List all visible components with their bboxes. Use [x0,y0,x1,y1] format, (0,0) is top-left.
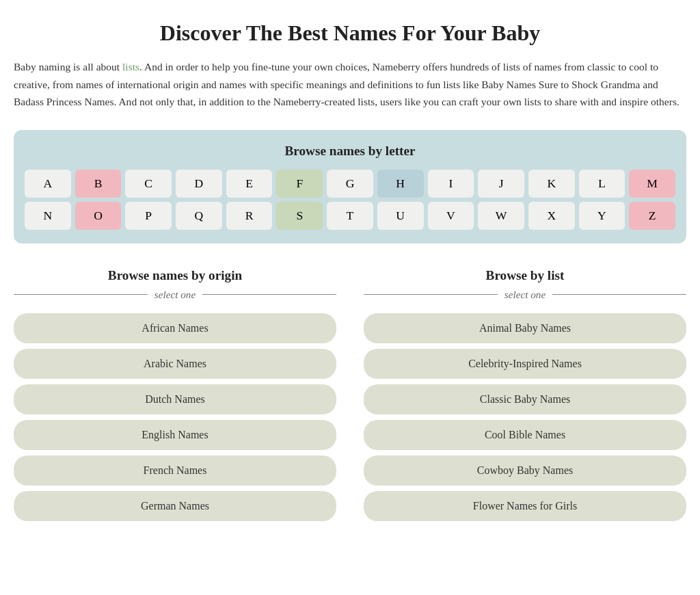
origin-item[interactable]: German Names [14,491,336,521]
origin-divider: select one [14,289,336,301]
origin-select-label: select one [154,289,196,301]
letter-btn-w[interactable]: W [478,202,524,230]
letter-btn-d[interactable]: D [176,170,222,198]
letter-browse-section: Browse names by letter ABCDEFGHIJKLMNOPQ… [14,130,686,243]
letter-btn-b[interactable]: B [75,170,122,198]
letter-btn-r[interactable]: R [226,202,273,230]
list-item[interactable]: Classic Baby Names [364,384,686,414]
letter-btn-l[interactable]: L [579,170,625,198]
origin-item[interactable]: African Names [14,313,336,343]
letter-btn-f[interactable]: F [276,170,323,198]
letter-btn-h[interactable]: H [377,170,424,198]
letter-btn-s[interactable]: S [276,202,323,230]
browse-columns: Browse names by origin select one Africa… [14,268,686,527]
origin-item[interactable]: French Names [14,455,336,486]
letter-btn-o[interactable]: O [75,202,122,230]
letter-btn-u[interactable]: U [377,202,424,230]
list-divider: select one [364,289,686,301]
origin-item[interactable]: Arabic Names [14,349,336,379]
origin-item[interactable]: English Names [14,420,336,450]
letter-section-title: Browse names by letter [25,144,675,159]
letter-btn-g[interactable]: G [327,170,373,198]
origin-title: Browse names by origin [14,268,336,283]
letter-btn-i[interactable]: I [428,170,474,198]
browse-list: Animal Baby NamesCelebrity-Inspired Name… [364,313,686,521]
letter-btn-c[interactable]: C [125,170,172,198]
letter-btn-k[interactable]: K [528,170,575,198]
origin-list: African NamesArabic NamesDutch NamesEngl… [14,313,336,521]
letter-btn-j[interactable]: J [478,170,524,198]
letter-btn-e[interactable]: E [226,170,273,198]
page-title: Discover The Best Names For Your Baby [14,21,686,46]
letter-btn-a[interactable]: A [25,170,71,198]
list-item[interactable]: Animal Baby Names [364,313,686,343]
list-select-label: select one [504,289,546,301]
letter-btn-t[interactable]: T [327,202,373,230]
letter-btn-p[interactable]: P [125,202,172,230]
letter-btn-y[interactable]: Y [579,202,625,230]
lists-link[interactable]: lists [122,61,139,72]
origin-item[interactable]: Dutch Names [14,384,336,414]
list-item[interactable]: Celebrity-Inspired Names [364,349,686,379]
list-item[interactable]: Cowboy Baby Names [364,455,686,486]
letter-btn-x[interactable]: X [528,202,575,230]
letter-btn-v[interactable]: V [428,202,474,230]
letter-btn-n[interactable]: N [25,202,71,230]
letter-btn-m[interactable]: M [629,170,675,198]
list-item[interactable]: Flower Names for Girls [364,491,686,521]
letter-grid: ABCDEFGHIJKLMNOPQRSTUVWXYZ [25,170,675,230]
intro-paragraph: Baby naming is all about lists. And in o… [14,58,686,111]
list-title: Browse by list [364,268,686,283]
origin-column: Browse names by origin select one Africa… [14,268,336,527]
list-item[interactable]: Cool Bible Names [364,420,686,450]
letter-btn-z[interactable]: Z [629,202,675,230]
list-column: Browse by list select one Animal Baby Na… [364,268,686,527]
letter-btn-q[interactable]: Q [176,202,222,230]
